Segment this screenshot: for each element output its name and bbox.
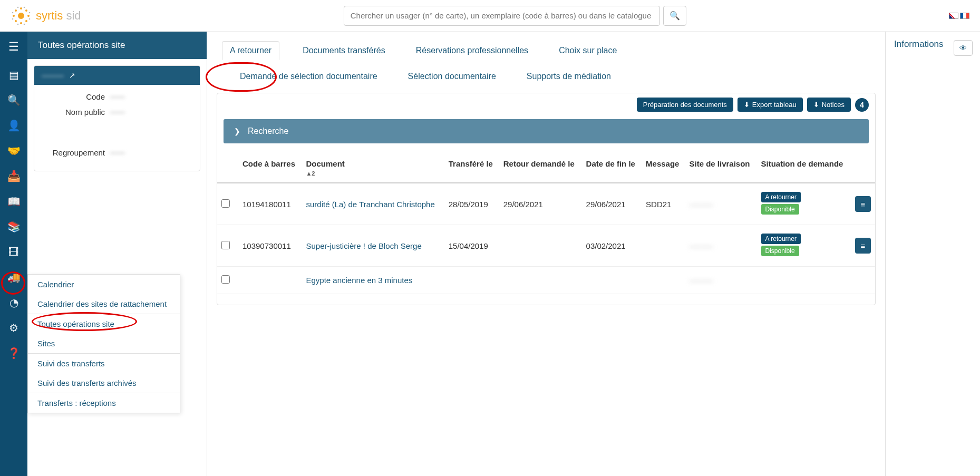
film-icon[interactable]: 🎞 [6, 245, 21, 259]
status-tag: Disponible [761, 204, 799, 215]
row-action-button[interactable]: ≡ [855, 238, 871, 254]
count-badge: 4 [855, 98, 869, 112]
search-panel[interactable]: ❯ Recherche [224, 119, 869, 143]
tab-reservations[interactable]: Réservations professionnelles [409, 42, 536, 60]
svg-point-3 [27, 15, 30, 17]
flyout-sites[interactable]: Sites [28, 334, 180, 353]
cell-transferred: 15/04/2019 [444, 225, 499, 267]
tab-demande-selection[interactable]: Demande de sélection documentaire [232, 67, 385, 85]
search-panel-label: Recherche [248, 127, 288, 136]
logo-text: syrtis sid [36, 9, 81, 23]
sidebar-title: Toutes opérations site [27, 32, 207, 59]
th-return-req[interactable]: Retour demandé le [499, 154, 582, 183]
flag-uk[interactable] [949, 13, 958, 19]
svg-point-9 [17, 6, 19, 8]
table-row: 10194180011 surdité (La) de Tranchant Ch… [217, 183, 875, 225]
cell-document[interactable]: Egypte ancienne en 3 minutes [302, 267, 444, 294]
th-status[interactable]: Situation de demande [757, 154, 851, 183]
th-message[interactable]: Message [642, 154, 685, 183]
group-label: Regroupement [42, 148, 110, 157]
flyout-suivi-archives[interactable]: Suivi des transferts archivés [28, 373, 180, 393]
user-icon[interactable]: 👤 [6, 118, 21, 133]
svg-point-5 [20, 22, 22, 24]
site-card-header: ——— ↗ [34, 66, 200, 85]
gear-icon[interactable]: ⚙ [6, 320, 21, 335]
svg-point-12 [29, 18, 31, 20]
tab-selection-doc[interactable]: Sélection documentaire [401, 67, 503, 85]
flyout-menu: Calendrier Calendrier des sites de ratta… [27, 274, 180, 413]
share-icon[interactable]: ↗ [69, 71, 75, 80]
th-transferred[interactable]: Transféré le [444, 154, 499, 183]
cell-end-date [582, 267, 642, 294]
cell-status [757, 267, 851, 294]
cell-delivery: ——— [685, 225, 756, 267]
export-button[interactable]: ⬇Export tableau [738, 98, 803, 112]
row-checkbox[interactable] [221, 199, 230, 208]
inbox-icon[interactable]: 📥 [6, 169, 21, 183]
code-label: Code [42, 92, 110, 101]
cell-transferred [444, 267, 499, 294]
tabs-row: A retourner Documents transférés Réserva… [217, 32, 876, 65]
group-value: —— [110, 148, 125, 157]
th-end-date[interactable]: Date de fin le [582, 154, 642, 183]
svg-point-7 [13, 15, 15, 17]
help-icon[interactable]: ❓ [6, 346, 21, 361]
results-table: Code à barres Document▲2 Transféré le Re… [217, 154, 875, 294]
tab-a-retourner[interactable]: A retourner [222, 41, 279, 60]
cell-document[interactable]: surdité (La) de Tranchant Christophe [302, 183, 444, 225]
name-label: Nom public [42, 108, 110, 116]
cell-message [642, 267, 685, 294]
top-header: syrtis sid 🔍 [0, 0, 980, 32]
status-tag: Disponible [761, 246, 799, 256]
flyout-toutes-operations[interactable]: Toutes opérations site [28, 314, 180, 334]
chart-icon[interactable]: ◔ [6, 295, 21, 310]
tab-choix-place[interactable]: Choix sur place [551, 42, 624, 60]
status-tag: A retourner [761, 192, 801, 202]
book-icon[interactable]: 📖 [6, 194, 21, 209]
cell-document[interactable]: Super-justicière ! de Bloch Serge [302, 225, 444, 267]
document-icon[interactable]: ▤ [6, 67, 21, 82]
notices-button[interactable]: ⬇Notices [807, 98, 851, 112]
th-barcode[interactable]: Code à barres [238, 154, 302, 183]
row-checkbox[interactable] [221, 241, 230, 249]
download-icon: ⬇ [744, 101, 750, 109]
truck-icon[interactable]: 🚚 [6, 270, 21, 285]
main-content: A retourner Documents transférés Réserva… [207, 32, 885, 476]
hamburger-icon[interactable]: ☰ [6, 40, 21, 54]
tab-documents-transferes[interactable]: Documents transférés [295, 42, 393, 60]
th-document[interactable]: Document▲2 [302, 154, 444, 183]
svg-point-10 [24, 6, 25, 8]
library-icon[interactable]: 📚 [6, 219, 21, 234]
flyout-calendrier[interactable]: Calendrier [28, 275, 180, 294]
flyout-calendrier-sites[interactable]: Calendrier des sites de rattachement [28, 294, 180, 314]
tab-supports[interactable]: Supports de médiation [519, 67, 618, 85]
svg-point-13 [24, 23, 25, 25]
logo[interactable]: syrtis sid [11, 5, 81, 26]
language-flags [949, 13, 969, 19]
sort-indicator: ▲2 [306, 170, 315, 177]
handshake-icon[interactable]: 🤝 [6, 143, 21, 158]
flyout-suivi-transferts[interactable]: Suivi des transferts [28, 354, 180, 373]
prep-button[interactable]: Préparation des documents [637, 98, 733, 112]
svg-point-0 [18, 13, 24, 19]
svg-point-2 [25, 9, 27, 12]
eye-toggle-button[interactable]: 👁 [954, 40, 973, 56]
cell-status: A retourner Disponible [757, 183, 851, 225]
right-panel: Informations [885, 32, 980, 476]
flyout-receptions[interactable]: Transferts : réceptions [28, 393, 180, 413]
row-action-button[interactable]: ≡ [855, 196, 871, 212]
global-search-input[interactable] [344, 6, 660, 26]
svg-point-1 [20, 7, 22, 9]
flag-fr[interactable] [960, 13, 969, 19]
search-button[interactable]: 🔍 [663, 6, 686, 26]
top-search: 🔍 [81, 6, 949, 26]
row-checkbox[interactable] [221, 275, 230, 284]
th-delivery[interactable]: Site de livraison [685, 154, 756, 183]
cell-delivery: ——— [685, 267, 756, 294]
chevron-right-icon: ❯ [234, 127, 240, 135]
logo-icon [11, 5, 32, 26]
cell-end-date: 29/06/2021 [582, 183, 642, 225]
search-icon[interactable]: 🔍 [6, 93, 21, 108]
svg-point-15 [12, 18, 14, 20]
action-bar: Préparation des documents ⬇Export tablea… [217, 93, 875, 116]
